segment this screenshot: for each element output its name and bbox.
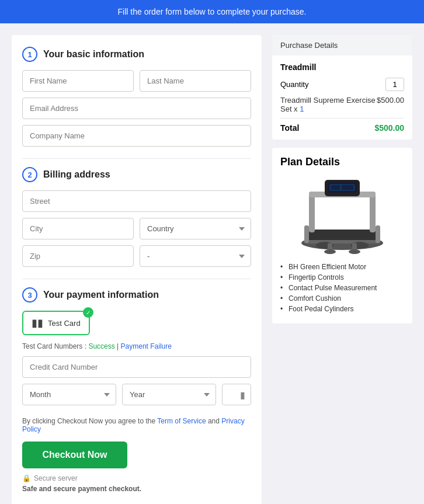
name-row [22,70,251,92]
item-row: Treadmill Supreme Exercise Set x 1 $500.… [280,96,404,113]
product-name: Treadmill [280,62,404,72]
section1-title: Your basic information [43,49,144,60]
section-basic-info: 1 Your basic information [22,47,251,147]
section3-header: 3 Your payment information [22,287,251,303]
section3-num: 3 [22,287,37,303]
expiry-cvv-row: Month Year ▮ [22,384,251,405]
cc-number-input[interactable] [22,356,251,378]
plan-feature-item: Comfort Cushion [280,294,404,303]
banner-text: Fill the order form below to complete yo… [118,7,307,16]
email-row [22,98,251,119]
quantity-value: 1 [385,78,404,91]
item-link[interactable]: 1 [300,105,304,113]
svg-rect-4 [376,225,380,243]
plan-feature-item: Fingertip Controls [280,273,404,281]
divider-1 [22,158,251,159]
item-price: $500.00 [377,96,404,113]
secure-label: Secure server [34,474,78,482]
total-row: Total $500.00 [280,123,404,133]
section3-title: Your payment information [43,290,159,300]
first-name-input[interactable] [22,70,134,92]
section-billing: 2 Billing address Country - [22,167,251,267]
purchase-header: Purchase Details [272,35,412,55]
email-input[interactable] [22,98,251,119]
state-select[interactable]: - [140,245,251,267]
divider-2 [22,279,251,279]
svg-rect-11 [331,185,340,190]
city-country-row: Country [22,218,251,239]
plan-features-list: BH Green Efficient MotorFingertip Contro… [280,263,404,313]
top-banner: Fill the order form below to complete yo… [0,0,424,23]
safe-label: Safe and secure payment checkout. [22,485,251,493]
section2-title: Billing address [43,169,110,180]
card-icon: ▮▮ [32,317,43,329]
left-column: 1 Your basic information 2 [12,35,262,504]
svg-rect-2 [307,230,377,240]
total-price: $500.00 [374,123,404,133]
month-select[interactable]: Month [22,384,116,405]
country-select[interactable]: Country [140,218,251,239]
cvv-wrapper: ▮ [222,384,251,405]
checkout-button[interactable]: Checkout Now [22,442,127,468]
last-name-input[interactable] [140,70,251,92]
card-label: Test Card [48,319,81,328]
test-success-link[interactable]: Success [88,342,114,350]
card-option[interactable]: ▮▮ Test Card ✓ [22,311,90,335]
item-name: Treadmill Supreme Exercise Set x 1 [280,96,377,113]
treadmill-svg [293,174,392,256]
section-payment: 3 Your payment information ▮▮ Test Card … [22,287,251,405]
terms-line: By clicking Checkout Now you agree to th… [22,417,251,433]
cvv-card-icon: ▮ [240,389,245,400]
test-card-label: Test Card Numbers : [22,342,86,350]
terms-link[interactable]: Term of Service [157,417,206,425]
section2-num: 2 [22,167,37,182]
section1-num: 1 [22,47,37,62]
svg-rect-6 [370,192,376,232]
plan-feature-item: Foot Pedal Cylinders [280,305,404,313]
section2-header: 2 Billing address [22,167,251,182]
cvv-input[interactable] [222,384,251,405]
plan-title: Plan Details [280,156,404,168]
right-column: Purchase Details Treadmill Quantity 1 Tr… [272,35,412,504]
street-input[interactable] [22,190,251,212]
test-card-info: Test Card Numbers : Success | Payment Fa… [22,342,251,350]
quantity-row: Quantity 1 [280,78,404,91]
company-row [22,125,251,147]
company-input[interactable] [22,125,251,147]
purchase-body: Treadmill Quantity 1 Treadmill Supreme E… [272,55,412,140]
svg-rect-5 [309,192,315,232]
svg-point-17 [324,249,336,254]
secure-line: 🔒 Secure server [22,474,251,482]
purchase-divider [280,118,404,119]
city-input[interactable] [22,218,134,239]
svg-rect-12 [342,185,353,190]
year-select[interactable]: Year [122,384,216,405]
check-badge: ✓ [83,307,93,318]
plan-feature-item: Contact Pulse Measurement [280,284,404,292]
treadmill-image [280,174,404,256]
street-row [22,190,251,212]
plan-feature-item: BH Green Efficient Motor [280,263,404,271]
zip-input[interactable] [22,245,134,267]
purchase-details-card: Purchase Details Treadmill Quantity 1 Tr… [272,35,412,140]
zip-state-row: - [22,245,251,267]
svg-rect-3 [304,225,309,243]
total-label: Total [280,123,299,133]
ccnum-row [22,356,251,378]
svg-point-18 [349,249,360,254]
plan-details-card: Plan Details [272,148,412,324]
quantity-label: Quantity [280,80,308,89]
test-failure-link[interactable]: Payment Failure [121,342,172,350]
lock-icon: 🔒 [22,474,31,482]
section1-header: 1 Your basic information [22,47,251,62]
